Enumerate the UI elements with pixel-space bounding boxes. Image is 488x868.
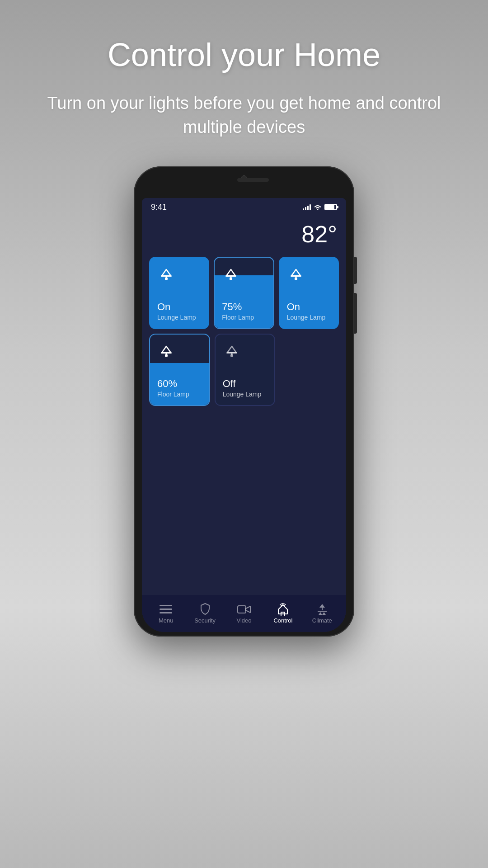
nav-item-security[interactable]: Security [185,604,224,624]
control-icon [276,604,290,615]
device-name-2: Floor Lamp [222,314,266,321]
nav-label-security: Security [194,617,216,624]
video-svg-icon [237,604,251,614]
device-name-4: Floor Lamp [157,391,202,398]
device-name-3: Lounge Lamp [287,314,331,321]
svg-marker-27 [319,604,325,608]
battery-icon [324,204,337,210]
bottom-nav: Menu Security Video [142,595,346,632]
svg-marker-11 [291,269,300,276]
menu-svg-icon [160,605,172,614]
temperature-display: 82° [142,216,346,252]
status-bar: 9:41 [142,198,346,216]
svg-rect-12 [291,275,301,277]
status-time: 9:41 [151,203,167,212]
svg-marker-25 [246,606,250,613]
device-status-3: On [287,301,331,313]
device-info-3: On Lounge Lamp [287,301,331,321]
security-icon [198,604,212,615]
signal-bar-1 [303,208,304,210]
svg-rect-24 [238,606,246,613]
climate-icon [315,604,329,615]
device-row-2: 60% Floor Lamp [149,334,339,406]
video-icon [237,604,251,615]
device-name-1: Lounge Lamp [157,314,201,321]
device-status-2: 75% [222,301,266,313]
lamp-icon-2 [222,265,240,283]
nav-label-menu: Menu [159,617,174,624]
device-status-4: 60% [157,378,202,390]
nav-label-control: Control [273,617,292,624]
svg-rect-8 [225,275,236,277]
lamp-icon-4 [157,342,175,360]
wifi-icon [314,204,322,210]
svg-marker-31 [322,612,326,615]
nav-item-video[interactable]: Video [225,604,263,624]
phone-screen: 9:41 82° [142,198,346,632]
signal-bar-3 [307,206,309,210]
device-info-4: 60% Floor Lamp [157,378,202,398]
nav-item-control[interactable]: Control [263,604,302,624]
lamp-icon-1 [157,265,175,283]
lamp-svg-3 [288,266,304,282]
lamp-svg-2 [223,266,239,282]
status-icons [303,204,337,210]
lamp-icon-3 [287,265,305,283]
lamp-svg-1 [158,266,174,282]
svg-rect-21 [160,605,172,606]
nav-label-climate: Climate [312,617,332,624]
svg-marker-19 [227,346,236,353]
svg-marker-30 [319,612,322,615]
lamp-svg-4 [158,343,174,359]
device-status-5: Off [223,378,267,390]
svg-rect-16 [161,352,172,354]
device-card-2[interactable]: 75% Floor Lamp [214,257,274,329]
device-card-3[interactable]: On Lounge Lamp [279,257,339,329]
phone-volume-button [354,293,357,334]
security-svg-icon [200,603,210,616]
signal-icon [303,204,311,210]
page-subtitle: Turn on your lights before you get home … [0,91,488,139]
device-card-5[interactable]: Off Lounge Lamp [215,334,276,406]
svg-marker-2 [162,269,171,276]
menu-icon [159,604,173,615]
lamp-svg-5 [224,343,240,359]
device-card-4[interactable]: 60% Floor Lamp [149,334,210,406]
climate-svg-icon [316,603,328,616]
device-row-1: On Lounge Lamp [149,257,339,329]
grid-spacer [280,334,339,406]
device-status-1: On [157,301,201,313]
signal-bar-2 [305,207,306,210]
device-grid: On Lounge Lamp [142,252,346,595]
phone-speaker [237,178,269,182]
nav-item-climate[interactable]: Climate [303,604,342,624]
device-card-1[interactable]: On Lounge Lamp [149,257,209,329]
svg-rect-4 [161,275,172,277]
svg-rect-22 [160,609,172,610]
svg-point-26 [282,604,284,605]
svg-rect-23 [160,612,172,613]
signal-bar-4 [310,204,311,210]
device-info-5: Off Lounge Lamp [223,378,267,398]
nav-item-menu[interactable]: Menu [146,604,185,624]
page-title: Control your Home [108,36,380,73]
device-name-5: Lounge Lamp [223,391,267,398]
phone-power-button [354,257,357,284]
svg-marker-7 [226,269,235,276]
phone-top-bar [134,166,354,198]
nav-label-video: Video [237,617,252,624]
phone-shell: 9:41 82° [134,166,354,637]
svg-rect-20 [226,352,237,354]
control-svg-icon [277,603,289,616]
battery-fill [325,205,334,209]
lamp-icon-5 [223,342,241,360]
device-info-1: On Lounge Lamp [157,301,201,321]
svg-marker-15 [162,346,171,353]
device-info-2: 75% Floor Lamp [222,301,266,321]
